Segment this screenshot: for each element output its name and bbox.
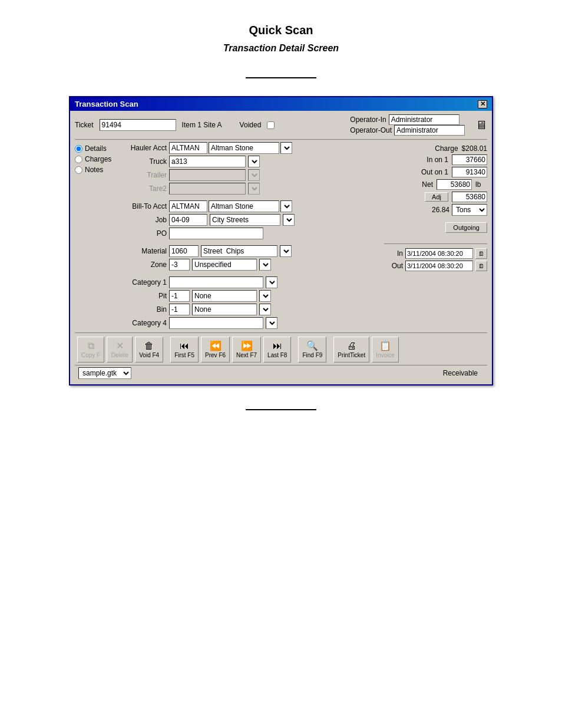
next-button[interactable]: ⏩ Next F7 [232,337,261,363]
page-subtitle: Transaction Detail Screen [223,43,339,54]
in-on1-input[interactable] [452,154,487,165]
tare2-select [248,183,260,195]
tons-select[interactable]: Tons [452,204,487,216]
zone-row: Zone [120,259,381,271]
pit-name[interactable] [192,290,257,302]
bin-name[interactable] [192,304,257,315]
charge-label: Charge [426,144,458,153]
job-select[interactable] [283,214,295,226]
notes-radio[interactable]: Notes [75,166,116,174]
material-code[interactable] [169,245,199,257]
out-datetime-row: Out 🗓 [384,261,487,271]
prev-button[interactable]: ⏪ Prev F6 [201,337,230,363]
truck-select[interactable] [248,156,260,167]
last-label: Last F8 [267,352,287,358]
print-button[interactable]: 🖨 PrintTicket [333,337,369,363]
in-datetime-label: In [397,249,403,258]
item-label: Item 1 Site A [182,121,222,129]
out-datetime-input[interactable] [405,261,473,271]
category1-select[interactable] [266,276,277,288]
right-panel: Charge $208.01 In on 1 Out on 1 Net [384,142,487,329]
billto-name[interactable] [209,200,279,212]
prev-icon: ⏪ [210,341,222,351]
hauler-acct-select[interactable] [280,142,292,154]
out-on1-label: Out on 1 [416,168,448,176]
left-panel: Details Charges Notes [75,142,116,329]
adj-row: Adj [384,192,487,202]
operator-in-label: Operator-In [350,116,386,124]
toolbar: ⧉ Copy F ✕ Delete 🗑 Void F4 ⏮ First F5 [75,332,487,365]
bin-code[interactable] [169,304,190,315]
void-label: Void F4 [139,352,159,358]
material-name[interactable] [201,245,277,257]
hauler-acct-name[interactable] [209,142,279,154]
zone-select[interactable] [259,259,271,271]
material-row: Material [120,245,381,257]
last-button[interactable]: ⏭ Last F8 [263,337,291,363]
job-name[interactable] [210,214,280,226]
billto-label: Bill-To Acct [120,202,167,210]
po-label: PO [120,229,167,238]
billto-code[interactable] [169,200,207,212]
adj-input[interactable] [452,192,487,202]
category1-input[interactable] [169,276,263,288]
notes-label: Notes [85,166,103,174]
divider-top [246,77,316,78]
find-button[interactable]: 🔍 Find F9 [298,337,326,363]
tare2-input [169,183,246,195]
zone-code[interactable] [169,259,190,271]
trailer-label: Trailer [120,171,167,179]
page-title: Quick Scan [249,24,313,37]
net-label: Net [401,180,433,189]
close-button[interactable]: ✕ [478,100,487,108]
billto-select[interactable] [280,200,292,212]
category1-row: Category 1 [120,276,381,288]
category4-select[interactable] [266,317,277,329]
out-calendar-button[interactable]: 🗓 [475,261,487,271]
zone-name[interactable] [192,259,257,271]
category4-label: Category 4 [120,319,167,327]
trailer-input [169,169,246,181]
adj-button[interactable]: Adj [425,192,448,202]
copy-button[interactable]: ⧉ Copy F [77,337,104,363]
hauler-acct-label: Hauler Acct [120,144,167,152]
pit-code[interactable] [169,290,190,302]
category4-input[interactable] [169,317,263,329]
invoice-icon: 📋 [379,341,391,351]
window-title: Transaction Scan [75,100,138,108]
first-button[interactable]: ⏮ First F5 [170,337,199,363]
invoice-button[interactable]: 📋 Invoice [372,337,399,363]
delete-button[interactable]: ✕ Delete [107,337,133,363]
truck-row: Truck [120,156,381,167]
void-button[interactable]: 🗑 Void F4 [135,337,163,363]
truck-label: Truck [120,157,167,166]
charges-radio[interactable]: Charges [75,155,116,163]
job-code[interactable] [169,214,207,226]
po-input[interactable] [169,228,263,239]
in-datetime-input[interactable] [405,248,473,259]
pit-select[interactable] [259,290,271,302]
in-datetime-row: In 🗓 [384,248,487,259]
bin-select[interactable] [259,304,271,315]
hauler-acct-code[interactable] [169,142,207,154]
outgoing-button[interactable]: Outgoing [445,222,487,233]
terminal-icon: 🖥 [475,118,487,132]
in-calendar-button[interactable]: 🗓 [475,248,487,259]
file-select[interactable]: sample.gtk [78,367,131,379]
invoice-label: Invoice [376,352,395,358]
voided-checkbox[interactable] [267,121,275,129]
trailer-select [248,169,260,181]
operator-out-input[interactable] [394,125,465,136]
category1-label: Category 1 [120,278,167,286]
details-radio[interactable]: Details [75,144,116,153]
truck-input[interactable] [169,156,246,167]
net-input[interactable] [437,179,472,190]
ticket-label: Ticket [75,121,94,129]
operator-in-input[interactable] [389,114,459,125]
category4-row: Category 4 [120,317,381,329]
out-on1-input[interactable] [452,167,487,177]
job-row: Job [120,214,381,226]
material-select[interactable] [280,245,292,257]
ticket-input[interactable] [100,119,176,131]
first-label: First F5 [174,352,194,358]
